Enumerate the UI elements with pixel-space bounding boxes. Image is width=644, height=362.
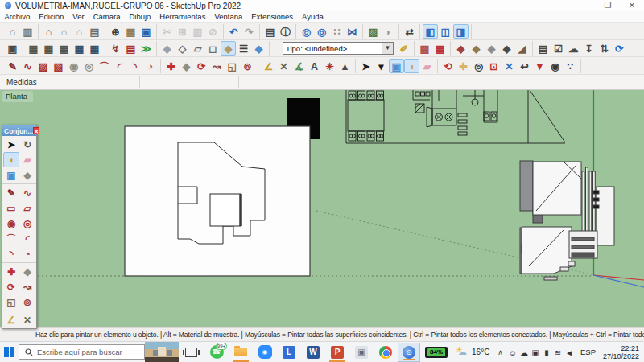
- style-layers-icon[interactable]: ☰: [236, 41, 251, 56]
- menu-dibujo[interactable]: Dibujo: [125, 11, 155, 23]
- section-5-icon[interactable]: ▦: [87, 41, 102, 56]
- component-maker-icon[interactable]: ▣: [389, 59, 404, 73]
- weather-widget[interactable]: ☀☁ 16°C: [456, 347, 489, 358]
- zoom-components-icon[interactable]: ◎: [314, 24, 329, 39]
- taskbar-app-l-app[interactable]: L: [277, 342, 301, 362]
- polygon-icon[interactable]: ◎: [19, 216, 35, 231]
- search-input[interactable]: [37, 348, 132, 356]
- zoom-icon[interactable]: ◎: [471, 59, 486, 73]
- scene-manager-icon[interactable]: ▣: [5, 41, 20, 56]
- new-icon[interactable]: ⊕: [108, 24, 123, 39]
- pie-icon[interactable]: ◔: [142, 59, 158, 73]
- task-view-button[interactable]: [185, 348, 197, 357]
- large-paint-icon[interactable]: ⌂: [5, 24, 20, 39]
- floor-plan-panel[interactable]: [125, 126, 310, 276]
- delete-icon[interactable]: ⊘: [205, 24, 221, 39]
- classifier-type-dropdown[interactable]: Tipo: <undefined> ▾: [283, 42, 394, 55]
- 3d-text-icon[interactable]: ▲: [337, 59, 353, 73]
- sandbox-4-icon[interactable]: ◆: [499, 41, 514, 56]
- paint-bucket-icon[interactable]: ◖: [404, 59, 419, 73]
- move-icon[interactable]: ✚: [163, 59, 179, 73]
- texture-editor-icon[interactable]: ▨: [365, 24, 381, 39]
- style-monochrome-icon[interactable]: ◻: [205, 41, 221, 56]
- taskbar-app-chrome[interactable]: ●: [374, 342, 398, 362]
- open-house-icon[interactable]: ⌂: [56, 24, 72, 39]
- tray-expand-icon[interactable]: ∧: [497, 348, 503, 356]
- rotate-icon[interactable]: ⟳: [194, 59, 209, 73]
- sync-model-icon[interactable]: ⇅: [597, 41, 612, 56]
- tape-measure-icon[interactable]: ∠: [261, 59, 276, 73]
- protractor-icon[interactable]: ∡: [291, 59, 307, 73]
- zoom-extents-icon[interactable]: ✕: [502, 59, 517, 73]
- zoom-window-icon[interactable]: ⊡: [486, 59, 502, 73]
- validate-icon[interactable]: ☑: [551, 41, 566, 56]
- view-front-icon[interactable]: ◨: [453, 24, 469, 39]
- copy-icon[interactable]: ⊞: [175, 24, 190, 39]
- menu-ayuda[interactable]: Ayuda: [298, 11, 328, 23]
- circle-icon[interactable]: ◉: [3, 216, 19, 231]
- sketch-undo-icon[interactable]: ↯: [108, 41, 123, 56]
- look-around-icon[interactable]: ◉: [547, 59, 563, 73]
- network-wifi-icon[interactable]: ≋: [552, 347, 564, 358]
- menu-edicion[interactable]: Edición: [35, 11, 68, 23]
- open-icon[interactable]: ▦: [123, 24, 138, 39]
- sandbox-2-icon[interactable]: ◆: [469, 41, 484, 56]
- tape-measure-icon[interactable]: ∠: [3, 312, 19, 327]
- offset-icon[interactable]: ⊚: [19, 294, 35, 310]
- scale-icon[interactable]: ◱: [3, 294, 19, 310]
- cloud-download-icon[interactable]: ☁: [566, 41, 581, 56]
- palette-title-bar[interactable]: Conjun... ✕: [2, 125, 36, 136]
- taskbar-clock[interactable]: 22:21 27/10/2022: [603, 344, 639, 360]
- offset-icon[interactable]: ⊚: [240, 59, 255, 73]
- section-2-icon[interactable]: ▦: [41, 41, 56, 56]
- two-point-arc-icon[interactable]: ◜: [112, 59, 127, 73]
- model-download-icon[interactable]: ↧: [581, 41, 597, 56]
- menu-herramientas[interactable]: Herramientas: [155, 11, 210, 23]
- push-pull-icon[interactable]: ◆: [179, 59, 194, 73]
- rotate-icon[interactable]: ⟳: [3, 279, 19, 294]
- start-button[interactable]: [0, 342, 18, 362]
- taskbar-app-file-explorer[interactable]: ▰: [229, 342, 253, 362]
- three-point-arc-icon[interactable]: ◝: [3, 246, 19, 261]
- rectangle-icon[interactable]: ▭: [3, 200, 19, 216]
- orbit-mini-icon[interactable]: ↻: [19, 137, 35, 152]
- rotated-rectangle-icon[interactable]: ▱: [19, 200, 35, 216]
- scene-tab-planta[interactable]: Planta: [2, 91, 33, 102]
- rectangle-icon[interactable]: ▨: [35, 59, 51, 73]
- line-icon[interactable]: ✎: [3, 185, 19, 200]
- taskbar-app-powerpoint[interactable]: P: [325, 342, 349, 362]
- battery-icon[interactable]: ▮: [541, 347, 552, 358]
- drawing-canvas[interactable]: [0, 90, 644, 327]
- eraser-icon[interactable]: ▰: [419, 59, 435, 73]
- circle-icon[interactable]: ◉: [66, 59, 81, 73]
- parts-icon[interactable]: ∷: [329, 24, 345, 39]
- contact-person-icon[interactable]: ☺: [507, 347, 518, 358]
- language-indicator[interactable]: ESP: [580, 348, 596, 356]
- scale-icon[interactable]: ◱: [225, 59, 240, 73]
- menu-camara[interactable]: Cámara: [89, 11, 125, 23]
- taskbar-app-whatsapp[interactable]: ☎99+: [204, 342, 229, 362]
- sandbox-5-icon[interactable]: ◢: [514, 41, 530, 56]
- text-icon[interactable]: A: [307, 59, 322, 73]
- arc-icon[interactable]: ⌒: [3, 231, 19, 246]
- section-4-icon[interactable]: ▦: [72, 41, 87, 56]
- cut-icon[interactable]: ✂: [159, 24, 175, 39]
- walk-icon[interactable]: ∵: [563, 59, 578, 73]
- onedrive-cloud-icon[interactable]: ☁: [518, 347, 530, 358]
- battery-percentage-widget[interactable]: 84%: [425, 347, 448, 358]
- menu-extensiones[interactable]: Extensiones: [247, 11, 298, 23]
- search-highlight-thumbnail[interactable]: [145, 342, 179, 362]
- export-model-icon[interactable]: ▤: [535, 41, 551, 56]
- two-point-arc-icon[interactable]: ◜: [19, 231, 35, 246]
- home-icon[interactable]: ⌂: [72, 24, 87, 39]
- axes-icon[interactable]: ✳: [322, 59, 337, 73]
- material-sample-icon[interactable]: ▩: [417, 41, 432, 56]
- restore-button[interactable]: ❐: [596, 0, 620, 11]
- large-component-icon[interactable]: ▥: [20, 24, 35, 39]
- style-paintbrush-icon[interactable]: ✐: [396, 41, 411, 56]
- save-icon[interactable]: ▣: [138, 24, 154, 39]
- redo-icon[interactable]: ↷: [242, 24, 257, 39]
- move-icon[interactable]: ✚: [3, 264, 19, 279]
- view-iso-icon[interactable]: ◧: [423, 24, 438, 39]
- paste-icon[interactable]: ▥: [190, 24, 205, 39]
